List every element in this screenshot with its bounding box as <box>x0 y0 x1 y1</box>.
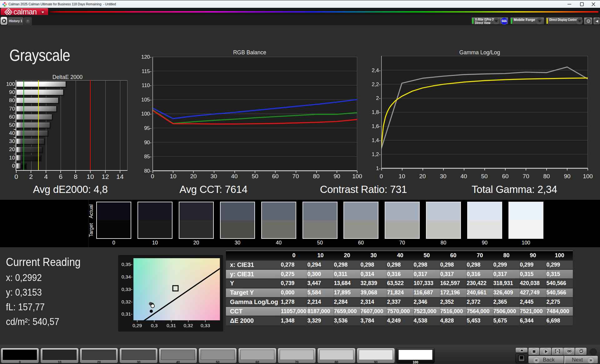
svg-text:0,3: 0,3 <box>151 323 158 328</box>
svg-text:0,32: 0,32 <box>183 323 193 328</box>
svg-text:0,31-: 0,31- <box>122 311 132 317</box>
svg-text:0,34-: 0,34- <box>122 274 132 279</box>
svg-text:0,35-: 0,35- <box>122 262 132 267</box>
svg-text:0,33-: 0,33- <box>122 287 132 292</box>
svg-text:0,32-: 0,32- <box>122 299 132 304</box>
svg-text:0,33: 0,33 <box>201 323 210 328</box>
svg-text:0,31: 0,31 <box>167 323 176 328</box>
svg-text:0,29: 0,29 <box>132 323 142 328</box>
